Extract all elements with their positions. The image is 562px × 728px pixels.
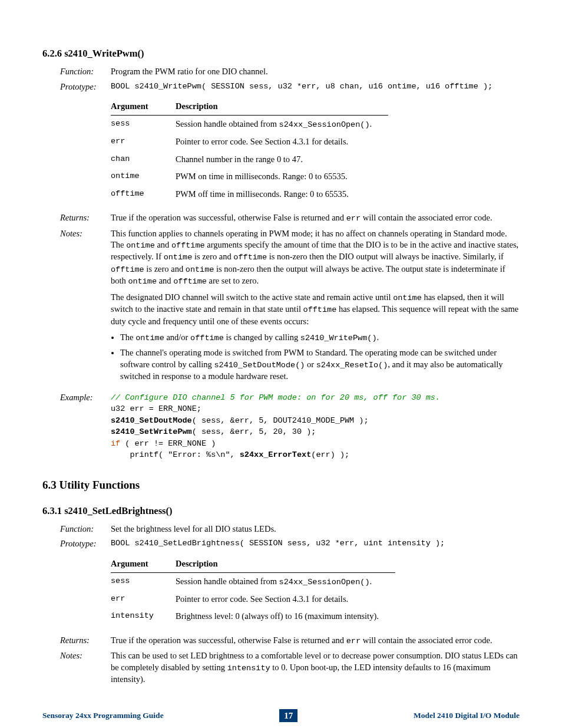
prototype-entry-626: Prototype: BOOL s2410_WritePwm( SESSION … <box>60 81 520 93</box>
txt: ontime <box>164 253 193 262</box>
code-line: ( sess, &err, 5, DOUT2410_MODE_PWM ); <box>192 416 369 425</box>
txt: and <box>157 276 173 285</box>
function-entry-631: Function: Set the brightness level for a… <box>60 523 520 535</box>
arg-name: ontime <box>111 168 176 186</box>
arg-row-chan: chan Channel number in the range 0 to 47… <box>111 151 388 169</box>
footer-left: Sensoray 24xx Programming Guide <box>42 710 164 721</box>
example-label: Example: <box>60 392 103 461</box>
prototype-label: Prototype: <box>60 538 103 550</box>
txt: offtime <box>190 334 224 342</box>
notes-entry-626: Notes: This function applies to channels… <box>60 228 520 386</box>
code-line: u32 err = ERR_NONE; <box>111 404 201 413</box>
txt: s2410_SetDoutMode() <box>214 361 305 370</box>
txt: and <box>155 240 171 249</box>
th-description: Description <box>176 98 388 115</box>
prototype-code: BOOL s2410_WritePwm( SESSION sess, u32 *… <box>111 81 520 93</box>
function-entry-626: Function: Program the PWM ratio for one … <box>60 66 520 78</box>
arg-desc: PWM on time in milliseconds. Range: 0 to… <box>176 168 388 186</box>
code-kw: if <box>111 439 120 448</box>
txt: is non-zero then the DIO output will alw… <box>267 252 504 261</box>
arg-desc: Channel number in the range 0 to 47. <box>176 151 388 169</box>
returns-label: Returns: <box>60 212 103 224</box>
function-label: Function: <box>60 66 103 78</box>
notes-body: This function applies to channels operat… <box>111 228 520 386</box>
arg-name: sess <box>111 115 176 133</box>
prototype-entry-631: Prototype: BOOL s2410_SetLedBrightness( … <box>60 538 520 550</box>
txt: The <box>120 332 135 342</box>
arg-row-err: err Pointer to error code. See Section 4… <box>111 133 388 151</box>
arg-name: err <box>111 591 176 608</box>
txt: is zero and <box>192 252 233 261</box>
txt: offtime <box>233 253 267 262</box>
txt: ontime <box>186 265 214 274</box>
returns-entry-626: Returns: True if the operation was succe… <box>60 212 520 224</box>
notes-p1: This function applies to channels operat… <box>111 228 520 287</box>
txt: offtime <box>171 241 205 250</box>
txt: err <box>346 214 361 223</box>
txt: Session handle obtained from <box>176 577 279 586</box>
arg-row-ontime: ontime PWM on time in milliseconds. Rang… <box>111 168 388 186</box>
notes-text: This can be used to set LED brightness t… <box>111 650 520 685</box>
arg-name: err <box>111 133 176 151</box>
arg-row-offtime: offtime PWM off time in milliseconds. Ra… <box>111 186 388 203</box>
txt: intensity <box>227 664 270 673</box>
arg-name: intensity <box>111 608 176 625</box>
arg-name: sess <box>111 572 176 591</box>
heading-63: 6.3 Utility Functions <box>42 477 520 493</box>
txt: err <box>346 637 361 645</box>
txt: will contain the associated error code. <box>361 213 492 222</box>
arg-desc: Session handle obtained from s24xx_Sessi… <box>176 115 388 133</box>
txt: ontime <box>128 277 157 286</box>
returns-text: True if the operation was successful, ot… <box>111 635 520 647</box>
function-text: Program the PWM ratio for one DIO channe… <box>111 66 520 78</box>
txt: . <box>370 577 372 586</box>
argtable-spacer <box>60 554 103 627</box>
txt: offtime <box>173 277 207 286</box>
arg-desc: Pointer to error code. See Section 4.3.1… <box>176 133 388 151</box>
prototype-code: BOOL s2410_SetLedBrightness( SESSION ses… <box>111 538 520 550</box>
notes-p2: The designated DIO channel will switch t… <box>111 292 520 327</box>
txt: . <box>376 332 379 342</box>
txt: is changed by calling <box>224 332 300 342</box>
txt: ontime <box>135 334 164 342</box>
code-fn: s24xx_ErrorText <box>240 450 312 459</box>
txt: . <box>370 119 372 129</box>
txt: ontime <box>393 294 422 302</box>
prototype-label: Prototype: <box>60 81 103 93</box>
txt: True if the operation was successful, ot… <box>111 635 346 645</box>
arg-desc: Brightness level: 0 (always off) to 16 (… <box>176 608 395 625</box>
notes-label: Notes: <box>60 650 103 685</box>
function-text: Set the brightness level for all DIO sta… <box>111 523 520 535</box>
argtable-entry-631: Argument Description sess Session handle… <box>60 554 520 627</box>
code-line: ( err != ERR_NONE ) <box>120 439 216 448</box>
notes-label: Notes: <box>60 228 103 386</box>
bullet-1: The ontime and/or offtime is changed by … <box>120 332 520 344</box>
argtable-entry-626: Argument Description sess Session handle… <box>60 96 520 204</box>
arg-row-intensity: intensity Brightness level: 0 (always of… <box>111 608 395 625</box>
returns-entry-631: Returns: True if the operation was succe… <box>60 635 520 647</box>
th-description: Description <box>176 556 395 572</box>
txt: ontime <box>126 241 155 250</box>
txt: The designated DIO channel will switch t… <box>111 292 393 302</box>
arg-desc: Session handle obtained from s24xx_Sessi… <box>176 572 395 591</box>
code-fn: s2410_SetDoutMode <box>111 416 192 425</box>
txt: offtime <box>111 265 144 274</box>
returns-text: True if the operation was successful, ot… <box>111 212 520 224</box>
arg-desc: Pointer to error code. See Section 4.3.1… <box>176 591 395 608</box>
txt: offtime <box>303 305 337 314</box>
txt: is zero and <box>144 264 186 274</box>
txt: s2410_WritePwm() <box>300 334 377 342</box>
code-line: (err) ); <box>311 450 349 459</box>
code-line: ( sess, &err, 5, 20, 30 ); <box>192 427 316 436</box>
txt: True if the operation was successful, ot… <box>111 213 346 222</box>
bullet-2: The channel's operating mode is switched… <box>120 347 520 382</box>
function-label: Function: <box>60 523 103 535</box>
footer-pagenum: 17 <box>279 709 297 722</box>
code-comment: // Configure DIO channel 5 for PWM mode:… <box>111 393 440 402</box>
txt: or <box>305 360 316 369</box>
example-entry-626: Example: // Configure DIO channel 5 for … <box>60 392 520 461</box>
txt: s24xx_SessionOpen() <box>279 120 370 129</box>
arg-row-sess: sess Session handle obtained from s24xx_… <box>111 115 388 133</box>
txt: s24xx_ResetIo() <box>316 361 388 370</box>
arg-row-err: err Pointer to error code. See Section 4… <box>111 591 395 608</box>
